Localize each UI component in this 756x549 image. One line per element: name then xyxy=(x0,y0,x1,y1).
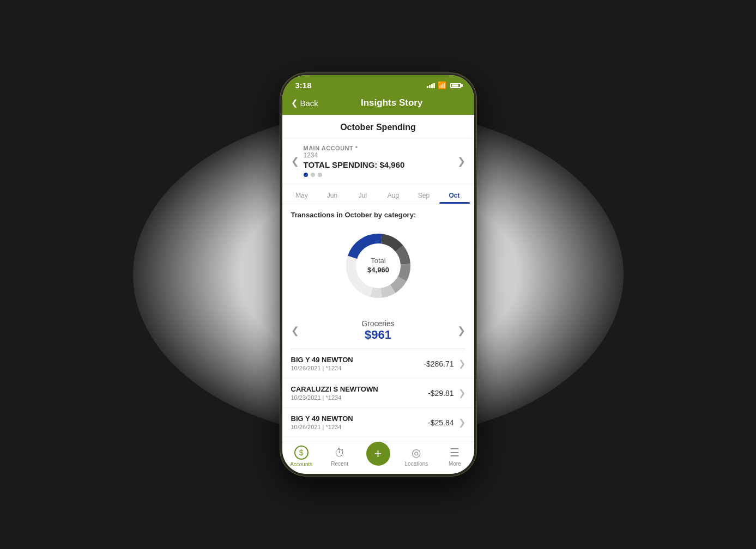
transaction-right-3: -$25.84 ❯ xyxy=(428,417,465,428)
transaction-meta-3: 10/26/2021 | *1234 xyxy=(291,424,428,430)
signal-icon xyxy=(427,83,435,88)
nav-label-more: More xyxy=(449,461,461,467)
back-button[interactable]: ❮ Back xyxy=(291,98,318,108)
account-prev-chevron[interactable]: ❮ xyxy=(291,155,299,167)
battery-icon xyxy=(450,83,461,88)
transaction-item-3[interactable]: BIG Y 49 NEWTON 10/26/2021 | *1234 -$25.… xyxy=(282,408,474,437)
nav-title: Insights Story xyxy=(318,97,465,108)
dot-1 xyxy=(304,173,308,177)
transaction-info-1: BIG Y 49 NEWTON 10/26/2021 | *1234 xyxy=(291,356,424,371)
phone-frame: 3:18 📶 ❮ Ba xyxy=(280,73,476,476)
account-number: 1234 xyxy=(304,151,453,159)
nav-label-accounts: Accounts xyxy=(290,461,312,467)
transaction-right-2: -$29.81 ❯ xyxy=(428,388,465,398)
svg-text:Total: Total xyxy=(371,257,386,265)
nav-item-recent[interactable]: ⏱ Recent xyxy=(320,447,359,467)
transaction-chevron-1: ❯ xyxy=(458,358,465,369)
status-icons: 📶 xyxy=(427,81,461,89)
status-time: 3:18 xyxy=(295,81,312,90)
transaction-meta-2: 10/23/2021 | *1234 xyxy=(291,394,428,401)
tab-oct[interactable]: Oct xyxy=(439,188,470,204)
nav-label-recent: Recent xyxy=(331,461,348,467)
category-amount: $961 xyxy=(299,328,457,342)
page-title: October Spending xyxy=(282,115,474,138)
more-icon: ☰ xyxy=(450,446,459,459)
month-tabs: May Jun Jul Aug Sep Oct xyxy=(282,184,474,204)
nav-item-more[interactable]: ☰ More xyxy=(436,446,474,467)
chart-section: Transactions in October by category: xyxy=(282,204,474,317)
add-button[interactable]: + xyxy=(366,442,390,466)
account-dots xyxy=(304,173,453,177)
transaction-amount-2: -$29.81 xyxy=(428,389,453,398)
category-name: Groceries xyxy=(299,319,457,328)
bottom-nav: $ Accounts ⏱ Recent + ◎ Locations ☰ M xyxy=(282,442,474,474)
tab-jun[interactable]: Jun xyxy=(317,188,348,204)
nav-item-locations[interactable]: ◎ Locations xyxy=(397,446,436,467)
transaction-item-1[interactable]: BIG Y 49 NEWTON 10/26/2021 | *1234 -$286… xyxy=(282,349,474,379)
wifi-icon: 📶 xyxy=(438,81,446,89)
category-next-chevron[interactable]: ❯ xyxy=(457,325,465,337)
transaction-name-2: CARALUZZI S NEWTOWN xyxy=(291,385,428,393)
nav-item-add[interactable]: + xyxy=(359,446,397,467)
account-label: MAIN ACCOUNT * xyxy=(304,145,453,151)
back-label: Back xyxy=(300,99,318,108)
status-bar: 3:18 📶 xyxy=(282,75,474,93)
dot-2 xyxy=(311,173,315,177)
tab-sep[interactable]: Sep xyxy=(409,188,439,204)
category-row: ❮ Groceries $961 ❯ xyxy=(282,317,474,349)
transaction-meta-1: 10/26/2021 | *1234 xyxy=(291,365,424,371)
donut-chart: Total $4,960 xyxy=(291,228,465,304)
recent-icon: ⏱ xyxy=(334,447,345,459)
transaction-chevron-2: ❯ xyxy=(458,388,465,398)
account-next-chevron[interactable]: ❯ xyxy=(457,155,465,167)
transaction-chevron-3: ❯ xyxy=(458,417,465,428)
content-area: October Spending ❮ MAIN ACCOUNT * 1234 T… xyxy=(282,115,474,442)
transaction-item-2[interactable]: CARALUZZI S NEWTOWN 10/23/2021 | *1234 -… xyxy=(282,379,474,408)
phone-screen: 3:18 📶 ❮ Ba xyxy=(282,75,474,474)
tab-may[interactable]: May xyxy=(287,188,317,204)
transaction-name-3: BIG Y 49 NEWTON xyxy=(291,414,428,423)
locations-icon: ◎ xyxy=(412,446,421,459)
nav-bar: ❮ Back Insights Story xyxy=(282,93,474,115)
chart-label: Transactions in October by category: xyxy=(291,211,465,219)
transaction-info-3: BIG Y 49 NEWTON 10/26/2021 | *1234 xyxy=(291,414,428,430)
transaction-amount-3: -$25.84 xyxy=(428,418,453,427)
category-info: Groceries $961 xyxy=(299,319,457,342)
back-chevron-icon: ❮ xyxy=(291,98,298,108)
account-total: TOTAL SPENDING: $4,960 xyxy=(304,160,453,169)
category-prev-chevron[interactable]: ❮ xyxy=(291,325,299,337)
accounts-icon: $ xyxy=(294,446,309,460)
transaction-amount-1: -$286.71 xyxy=(424,359,453,368)
tab-aug[interactable]: Aug xyxy=(378,188,409,204)
account-section: ❮ MAIN ACCOUNT * 1234 TOTAL SPENDING: $4… xyxy=(282,138,474,184)
transaction-info-2: CARALUZZI S NEWTOWN 10/23/2021 | *1234 xyxy=(291,385,428,401)
dot-3 xyxy=(318,173,322,177)
account-info: MAIN ACCOUNT * 1234 TOTAL SPENDING: $4,9… xyxy=(299,145,457,177)
donut-svg: Total $4,960 xyxy=(340,228,416,304)
transaction-name-1: BIG Y 49 NEWTON xyxy=(291,356,424,364)
nav-label-locations: Locations xyxy=(405,461,428,467)
transaction-right-1: -$286.71 ❯ xyxy=(424,358,465,369)
nav-item-accounts[interactable]: $ Accounts xyxy=(282,446,320,467)
svg-text:$4,960: $4,960 xyxy=(367,266,389,274)
phone-wrapper: 3:18 📶 ❮ Ba xyxy=(280,73,476,476)
tab-jul[interactable]: Jul xyxy=(348,188,378,204)
